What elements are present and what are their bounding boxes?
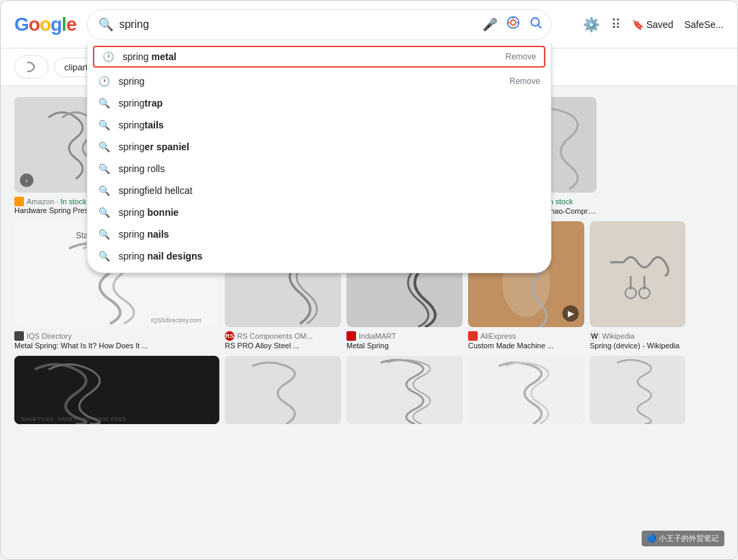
source-name-1: Amazon · In stock <box>27 197 86 206</box>
card-desc-r2-2: RS PRO Alloy Steel ... <box>225 341 299 350</box>
source-icon-iqs-2 <box>14 331 24 341</box>
source-name-r2-4: AliExpress <box>480 332 516 340</box>
apps-icon[interactable]: ⠿ <box>611 16 621 33</box>
topbar-right: ⚙️ ⠿ 🔖 Saved SafeSe... <box>583 16 724 33</box>
search-icon-9: 🔍 <box>98 229 110 240</box>
autocomplete-item-spring[interactable]: 🕐 spring Remove <box>87 70 551 92</box>
svg-point-1 <box>511 20 516 25</box>
settings-icon[interactable]: ⚙️ <box>583 16 600 33</box>
source-icon-wikipedia: W <box>590 331 599 341</box>
image-card-r3-4[interactable] <box>468 356 584 424</box>
autocomplete-text-8: spring bonnie <box>118 207 540 218</box>
source-icon-aliexpress <box>468 331 478 341</box>
card-desc-r2-4: Custom Made Machine ... <box>468 341 554 350</box>
svg-rect-28 <box>346 356 463 424</box>
image-card-r3-5[interactable] <box>590 356 685 424</box>
safesearch-label: SafeSe... <box>684 19 724 30</box>
search-button[interactable] <box>529 16 543 33</box>
autocomplete-item-springtails[interactable]: 🔍 springtails <box>87 114 551 136</box>
card-desc-r2-5: Spring (device) - Wikipedia <box>590 341 679 350</box>
video-play-icon[interactable]: ▶ <box>562 305 579 322</box>
search-container: 🔍 spring 🎤 <box>87 9 551 40</box>
source-name-r2-1: IQS Directory <box>27 332 72 340</box>
saved-button[interactable]: 🔖 Saved <box>632 19 674 30</box>
top-bar: Google 🔍 spring 🎤 <box>1 1 737 48</box>
autocomplete-text-4: springtails <box>118 120 540 130</box>
mic-icon[interactable]: 🎤 <box>482 17 497 32</box>
search-icon-7: 🔍 <box>98 185 110 196</box>
source-icon-rs: RS <box>225 331 234 341</box>
autocomplete-item-rolls[interactable]: 🔍 spring rolls <box>87 158 551 180</box>
search-icon-6: 🔍 <box>98 163 110 174</box>
history-icon-2: 🕐 <box>98 76 110 87</box>
search-box[interactable]: 🔍 spring 🎤 <box>87 9 551 40</box>
autocomplete-text-2: spring <box>118 76 501 87</box>
search-icon-10: 🔍 <box>98 251 110 262</box>
image-card-r3-2[interactable] <box>225 356 341 424</box>
autocomplete-text-3: springtrap <box>118 98 540 109</box>
svg-rect-30 <box>590 356 685 424</box>
autocomplete-text-10: spring nail designs <box>118 251 540 262</box>
autocomplete-item-springfield[interactable]: 🔍 springfield hellcat <box>87 180 551 201</box>
image-card-r2-5[interactable]: W Wikipedia Spring (device) - Wikipedia <box>590 221 685 350</box>
remove-button-2[interactable]: Remove <box>510 76 541 86</box>
source-name-r2-2: RS Components OM... <box>237 332 313 340</box>
card-desc-r2-3: Metal Spring <box>346 341 389 350</box>
prev-arrow[interactable]: ‹ <box>20 173 33 187</box>
autocomplete-dropdown: 🕐 spring metal Remove 🕐 spring Remove 🔍 … <box>87 43 551 273</box>
autocomplete-item-springer[interactable]: 🔍 springer spaniel <box>87 136 551 158</box>
chip-clipart-label: clipart <box>64 62 88 72</box>
history-icon: 🕐 <box>102 51 114 62</box>
source-icon-amazon <box>14 197 24 206</box>
autocomplete-text: spring metal <box>122 51 497 62</box>
saved-label: Saved <box>646 19 674 30</box>
search-icon: 🔍 <box>98 17 113 32</box>
autocomplete-item-nails[interactable]: 🔍 spring nails <box>87 223 551 245</box>
watermark: 🔵 小王子的外贸笔记 <box>642 531 724 546</box>
search-icon-5: 🔍 <box>98 141 110 152</box>
autocomplete-text-6: spring rolls <box>118 163 540 174</box>
watermark-text: 🔵 小王子的外贸笔记 <box>647 534 719 542</box>
card-desc-r2-1: Metal Spring: What Is It? How Does It ..… <box>14 341 148 350</box>
search-input[interactable]: spring <box>119 18 477 31</box>
autocomplete-item-nail-designs[interactable]: 🔍 spring nail designs <box>87 245 551 267</box>
source-icon-indiamart-2 <box>346 331 356 341</box>
bookmark-icon: 🔖 <box>632 19 644 30</box>
source-name-r2-3: IndiaMART <box>359 332 396 340</box>
autocomplete-text-5: springer spaniel <box>118 141 540 152</box>
search-icon-8: 🔍 <box>98 207 110 218</box>
lens-icon[interactable] <box>506 15 521 33</box>
search-icon-3: 🔍 <box>98 98 110 109</box>
search-icon-4: 🔍 <box>98 120 110 130</box>
google-logo: Google <box>14 14 76 36</box>
autocomplete-item-bonnie[interactable]: 🔍 spring bonnie <box>87 201 551 223</box>
chip-spring-img[interactable] <box>14 55 49 79</box>
svg-line-7 <box>538 25 541 28</box>
autocomplete-text-9: spring nails <box>118 229 540 240</box>
remove-button[interactable]: Remove <box>506 52 536 61</box>
svg-rect-20 <box>590 221 685 327</box>
image-card-r3-3[interactable] <box>346 356 463 424</box>
autocomplete-item-springtrap[interactable]: 🔍 springtrap <box>87 92 551 114</box>
autocomplete-text-7: springfield hellcat <box>118 185 540 196</box>
source-name-r2-5: Wikipedia <box>602 332 635 340</box>
image-row-3: SAGE FILES · SAGE FILES · SAGE FILES <box>14 356 724 424</box>
autocomplete-item-spring-metal[interactable]: 🕐 spring metal Remove <box>93 46 545 68</box>
svg-text:SAGE FILES · SAGE FILES · SAGE: SAGE FILES · SAGE FILES · SAGE FILES <box>21 416 126 422</box>
image-card-r3-1[interactable]: SAGE FILES · SAGE FILES · SAGE FILES <box>14 356 219 424</box>
svg-text:IQS5directory.com: IQS5directory.com <box>151 317 202 324</box>
svg-rect-27 <box>225 356 341 424</box>
